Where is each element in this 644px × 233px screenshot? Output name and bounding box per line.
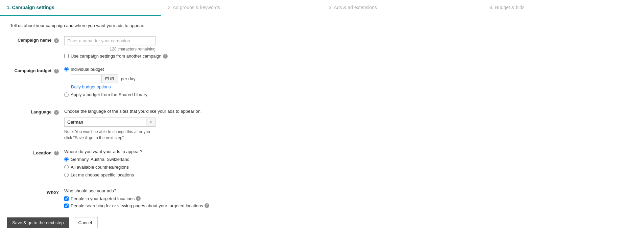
language-content: Choose the language of the sites that yo… <box>64 108 294 141</box>
campaign-budget-content: Individual budget 20.00 EUR per day Dail… <box>64 67 294 100</box>
save-button[interactable]: Save & go to the next step <box>7 217 69 228</box>
language-note: Note: You won't be able to change this a… <box>64 129 159 141</box>
per-day-label: per day <box>121 76 135 81</box>
daily-budget-link[interactable]: Daily budget options <box>71 84 294 89</box>
language-help-icon[interactable]: ? <box>54 110 59 115</box>
step-4[interactable]: 4. Budget & bids <box>483 0 644 16</box>
chars-remaining: 128 characters remaining <box>64 47 156 51</box>
who-checkbox-1[interactable] <box>64 196 69 201</box>
campaign-budget-help-icon[interactable]: ? <box>54 69 59 73</box>
step-1[interactable]: 1. Campaign settings <box>0 0 161 16</box>
campaign-name-input[interactable] <box>64 36 156 45</box>
who-2-help-icon[interactable]: ? <box>205 203 209 208</box>
individual-budget-option[interactable]: Individual budget <box>64 67 294 72</box>
campaign-name-content: 128 characters remaining Use campaign se… <box>64 36 294 59</box>
location-option-1[interactable]: Germany, Austria, Switzerland <box>64 157 294 162</box>
location-radio-1[interactable] <box>64 157 69 162</box>
who-checkbox-2[interactable] <box>64 204 69 208</box>
campaign-budget-row: Campaign budget ? Individual budget 20.0… <box>10 67 294 100</box>
progress-bar: 1. Campaign settings 2. Ad groups & keyw… <box>0 0 644 16</box>
step-3[interactable]: 3. Ads & ad extensions <box>322 0 483 16</box>
language-description: Choose the language of the sites that yo… <box>64 108 294 115</box>
location-radio-2[interactable] <box>64 165 69 169</box>
who-option-1[interactable]: People in your targeted locations ? <box>64 196 294 201</box>
campaign-budget-label: Campaign budget ? <box>10 67 64 100</box>
campaign-name-label: Campaign name ? <box>10 36 64 59</box>
main-content: Tell us about your campaign and where yo… <box>0 16 304 233</box>
budget-currency: EUR <box>101 75 118 83</box>
step-2[interactable]: 2. Ad groups & keywords <box>161 0 322 16</box>
who-row: Who? Who should see your ads? People in … <box>10 188 294 210</box>
location-radio-3[interactable] <box>64 173 69 177</box>
budget-amount-input[interactable]: 20.00 <box>71 75 101 83</box>
who-question: Who should see your ads? <box>64 188 294 193</box>
who-label: Who? <box>10 188 64 210</box>
location-content: Where do you want your ads to appear? Ge… <box>64 149 294 180</box>
individual-budget-radio[interactable] <box>64 67 69 71</box>
location-label: Location ? <box>10 149 64 180</box>
use-campaign-settings-label[interactable]: Use campaign settings from another campa… <box>64 54 294 59</box>
intro-text: Tell us about your campaign and where yo… <box>10 23 294 28</box>
cancel-button[interactable]: Cancel <box>73 217 98 228</box>
language-label: Language ? <box>10 108 64 141</box>
location-question: Where do you want your ads to appear? <box>64 149 294 154</box>
location-option-2[interactable]: All available countries/regions <box>64 165 294 170</box>
location-option-3[interactable]: Let me choose specific locations <box>64 172 294 177</box>
location-help-icon[interactable]: ? <box>54 151 59 155</box>
language-select-wrapper: German English French Spanish Italian ▾ <box>64 118 156 127</box>
who-1-help-icon[interactable]: ? <box>136 196 141 201</box>
footer: Save & go to the next step Cancel <box>0 212 644 233</box>
campaign-name-row: Campaign name ? 128 characters remaining… <box>10 36 294 59</box>
use-settings-help-icon[interactable]: ? <box>163 54 168 59</box>
campaign-name-help-icon[interactable]: ? <box>54 38 59 43</box>
language-select[interactable]: German English French Spanish Italian <box>64 118 156 127</box>
who-option-2[interactable]: People searching for or viewing pages ab… <box>64 203 294 208</box>
shared-budget-radio[interactable] <box>64 92 69 97</box>
who-content: Who should see your ads? People in your … <box>64 188 294 210</box>
language-row: Language ? Choose the language of the si… <box>10 108 294 141</box>
location-row: Location ? Where do you want your ads to… <box>10 149 294 180</box>
budget-input-row: 20.00 EUR per day <box>71 75 294 83</box>
use-campaign-settings-checkbox[interactable] <box>64 54 69 58</box>
shared-budget-option[interactable]: Apply a budget from the Shared Library <box>64 92 294 97</box>
